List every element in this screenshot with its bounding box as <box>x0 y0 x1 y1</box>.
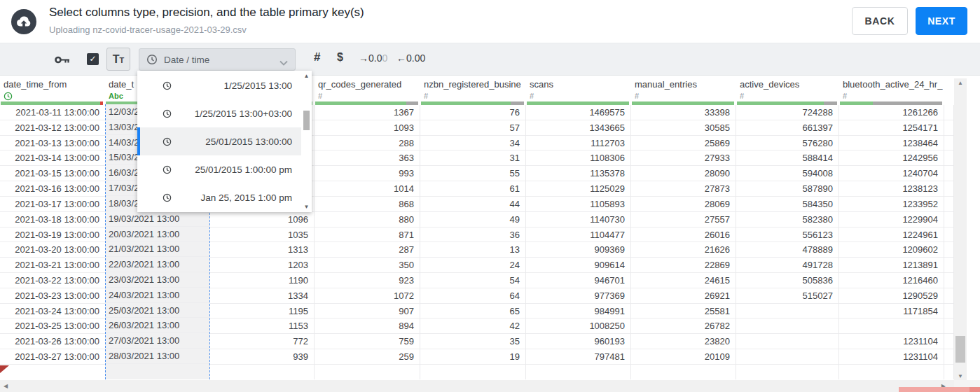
table-cell: 1035 <box>210 227 314 243</box>
format-option[interactable]: 1/25/2015 13:00+03:00 <box>137 99 301 127</box>
table-cell: 939 <box>210 349 314 365</box>
table-cell: 33398 <box>631 105 736 120</box>
scrollbar-thumb[interactable] <box>303 111 310 130</box>
vertical-scrollbar[interactable]: ▲ ▼ <box>954 78 967 381</box>
table-cell: 65 <box>420 304 525 319</box>
table-cell: 1290529 <box>839 288 944 304</box>
scroll-up-icon[interactable]: ▲ <box>954 80 967 86</box>
chevron-down-icon <box>279 57 288 68</box>
table-cell <box>944 334 953 349</box>
table-cell: 21/03/2021 13:00 <box>106 241 209 257</box>
hash-icon[interactable]: # <box>314 50 320 64</box>
table-cell: 36 <box>420 227 525 243</box>
table-cell: 1254171 <box>839 120 944 136</box>
cloud-upload-icon <box>11 9 36 34</box>
table-cell: 1233952 <box>839 197 944 212</box>
table-cell: 1153 <box>210 318 314 334</box>
table-cell: 1125029 <box>526 181 630 197</box>
primary-key-icon[interactable] <box>55 55 70 67</box>
table-cell <box>944 197 953 212</box>
table-cell: 1014 <box>315 181 420 197</box>
table-cell <box>944 258 953 273</box>
table-cell: 1072 <box>315 288 420 304</box>
column-type-label: # <box>530 92 534 102</box>
invalid-cell-flag-icon <box>0 365 9 373</box>
table-cell: 1334 <box>210 288 314 304</box>
format-option-label: 25/01/2015 1:00:00 pm <box>172 164 301 175</box>
table-cell: 21626 <box>631 242 736 258</box>
table-cell: 1195 <box>210 304 314 319</box>
scrollbar-thumb[interactable] <box>955 336 965 363</box>
column-type-label: # <box>635 92 639 102</box>
table-cell: 24615 <box>631 273 736 288</box>
table-cell: 584350 <box>736 197 838 212</box>
table-cell: 259 <box>315 349 420 365</box>
table-cell: 946701 <box>526 273 630 288</box>
table-cell: 582380 <box>736 212 838 227</box>
table-cell: 797481 <box>526 349 630 365</box>
table-cell: 2021-03-19 13:00:00 <box>0 227 105 243</box>
column-header[interactable]: date_time_from <box>4 79 104 92</box>
table-cell: 2021-03-17 13:00:00 <box>0 197 105 212</box>
table-cell <box>736 349 838 365</box>
format-option[interactable]: 25/01/2015 1:00:00 pm <box>137 155 301 183</box>
table-cell: 26016 <box>631 227 736 243</box>
scroll-down-icon[interactable]: ▼ <box>954 373 967 379</box>
table-cell <box>944 273 953 288</box>
table-cell: 35 <box>420 334 525 349</box>
table-cell: 909369 <box>526 242 630 258</box>
table-cell: 34 <box>420 136 525 151</box>
dollar-icon[interactable]: $ <box>337 51 343 64</box>
table-cell: 1112703 <box>526 136 630 151</box>
next-button[interactable]: NEXT <box>916 7 967 35</box>
overflow-highlight-bar <box>899 387 969 392</box>
dropdown-scrollbar[interactable]: ▲ ▼ <box>301 71 312 212</box>
column-type-label: # <box>424 92 428 102</box>
column-header[interactable]: active_devices <box>740 79 838 92</box>
back-button[interactable]: BACK <box>852 7 908 35</box>
decimal-increase-icon[interactable]: →0.00 <box>359 52 387 64</box>
table-cell: 2021-03-25 13:00:00 <box>0 318 105 334</box>
table-cell: 19 <box>420 349 525 365</box>
table-cell: 19/03/2021 13:00 <box>106 211 209 227</box>
table-cell: 24 <box>420 258 525 273</box>
scroll-left-icon[interactable]: ◀ <box>4 383 8 389</box>
format-option[interactable]: 1/25/2015 13:00 <box>137 71 301 99</box>
scroll-down-icon[interactable]: ▼ <box>301 204 312 210</box>
column-header[interactable]: bluetooth_active_24_hr_ <box>843 79 943 92</box>
column-header[interactable]: nzbn_registered_busine <box>424 79 525 92</box>
table-cell: 993 <box>315 166 420 181</box>
table-cell: 25581 <box>631 304 736 319</box>
table-cell: 2021-03-16 13:00:00 <box>0 181 105 197</box>
table-cell: 31 <box>420 150 525 166</box>
table-cell: 909614 <box>526 258 630 273</box>
format-option[interactable]: 25/01/2015 13:00:00 <box>137 127 301 155</box>
table-cell: 30585 <box>631 120 736 136</box>
column-cells: 7657343155614449361324546465423519 <box>420 105 526 379</box>
column-header[interactable]: scans <box>530 79 630 92</box>
scroll-up-icon[interactable]: ▲ <box>301 73 312 79</box>
decimal-decrease-icon[interactable]: ←0.00 <box>396 52 425 64</box>
horizontal-scrollbar[interactable]: ◀ ▶ <box>0 380 954 392</box>
table-cell <box>736 318 838 334</box>
table-cell: 26/03/2021 13:00 <box>106 318 209 333</box>
format-option-label: 1/25/2015 13:00+03:00 <box>172 108 301 119</box>
table-cell: 27933 <box>631 150 736 166</box>
text-type-button[interactable]: TT <box>106 48 130 71</box>
table-cell: 287 <box>315 242 420 258</box>
table-cell: 54 <box>420 273 525 288</box>
column-header[interactable] <box>948 79 953 92</box>
table-cell: 22/03/2021 13:00 <box>106 257 209 272</box>
table-cell <box>736 304 838 319</box>
column-type-select[interactable]: Date / time <box>139 48 296 71</box>
clock-icon <box>163 109 172 118</box>
table-cell: 587890 <box>736 181 838 197</box>
table-cell: 22869 <box>631 258 736 273</box>
table-cell: 1261266 <box>839 105 944 120</box>
table-cell: 505836 <box>736 273 838 288</box>
column-header[interactable]: qr_codes_generated <box>318 79 419 92</box>
format-option[interactable]: Jan 25, 2015 1:00 pm <box>137 183 301 211</box>
column-header[interactable]: manual_entries <box>635 79 735 92</box>
checkbox-checked-icon[interactable]: ✓ <box>87 53 99 65</box>
table-column-bluetooth_active_24_hr_: bluetooth_active_24_hr_#1261266125417112… <box>839 75 944 379</box>
